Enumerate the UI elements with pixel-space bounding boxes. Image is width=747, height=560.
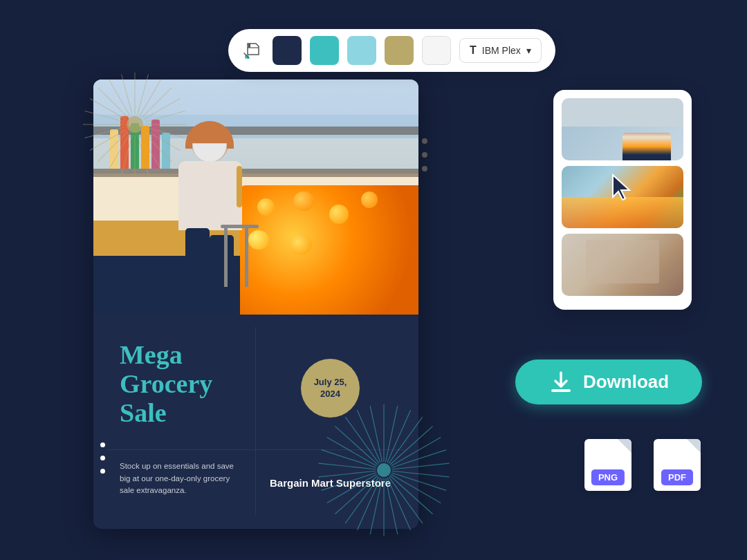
svg-rect-58 <box>551 389 571 392</box>
connector-dot-1 <box>422 138 427 144</box>
color-swatch-white[interactable] <box>422 36 451 65</box>
file-corner-png <box>618 439 631 453</box>
png-badge: PNG <box>591 469 625 485</box>
color-swatch-light-blue[interactable] <box>347 36 376 65</box>
flyer-title-area: Mega Grocery Sale <box>107 327 256 450</box>
bullet-dot-3 <box>100 469 105 474</box>
pdf-badge: PDF <box>661 469 693 485</box>
flyer-description-text: Stock up on essentials and save big at o… <box>120 460 243 496</box>
file-body-pdf: PDF <box>654 439 701 491</box>
flyer-title: Mega Grocery Sale <box>120 341 243 427</box>
flyer-store-name: Bargain Mart Superstore <box>270 476 391 490</box>
flyer-description-area: Stock up on essentials and save big at o… <box>107 450 256 515</box>
file-corner-pdf <box>687 439 701 453</box>
flyer-date-area: July 25,2024 <box>256 327 405 450</box>
download-icon <box>548 370 573 395</box>
image-picker-panel <box>553 90 692 310</box>
date-circle: July 25,2024 <box>301 359 360 418</box>
file-body-png: PNG <box>584 439 631 491</box>
font-name-label: IBM Plex <box>482 45 521 56</box>
toolbar: T IBM Plex ▾ <box>228 29 555 72</box>
download-button[interactable]: Download <box>515 360 702 404</box>
color-swatch-navy[interactable] <box>273 36 302 65</box>
svg-rect-56 <box>248 44 250 48</box>
font-dropdown[interactable]: T IBM Plex ▾ <box>459 38 542 63</box>
format-png-icon[interactable]: PNG <box>584 432 633 491</box>
bullet-dots <box>100 442 105 474</box>
connector-dots <box>422 138 427 171</box>
font-t-icon: T <box>470 44 477 57</box>
image-thumb-3[interactable] <box>562 234 683 296</box>
flyer-store-area: Bargain Mart Superstore <box>256 450 405 515</box>
format-icons-row: PNG PDF <box>584 432 702 491</box>
bullet-dot-2 <box>100 456 105 460</box>
flyer-photo <box>93 80 418 315</box>
paint-bucket-icon[interactable] <box>242 38 264 63</box>
image-thumb-2[interactable] <box>562 166 683 228</box>
chevron-down-icon: ▾ <box>526 45 531 56</box>
connector-dot-3 <box>422 166 427 171</box>
flyer-card: Mega Grocery Sale July 25,2024 Stock up … <box>93 80 418 529</box>
flyer-bottom: Mega Grocery Sale July 25,2024 Stock up … <box>93 315 418 529</box>
bullet-dot-1 <box>100 442 105 447</box>
connector-dot-2 <box>422 152 427 158</box>
flyer-photo-inner <box>93 80 418 315</box>
color-swatch-teal[interactable] <box>310 36 339 65</box>
color-swatch-gold[interactable] <box>385 36 414 65</box>
image-thumb-1[interactable] <box>562 98 683 160</box>
format-pdf-icon[interactable]: PDF <box>654 432 702 491</box>
download-label: Download <box>583 371 669 393</box>
